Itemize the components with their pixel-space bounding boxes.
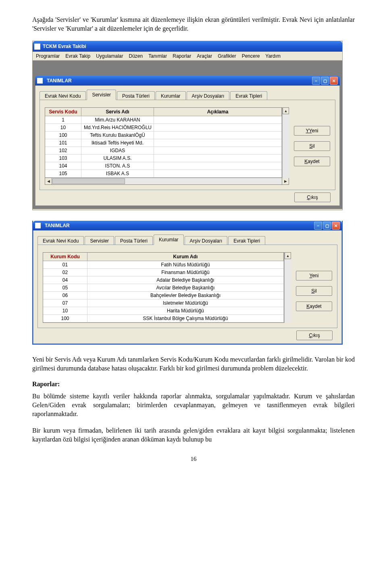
table-row[interactable]: 06Bahçelievler Belediye Baskanlığı: [43, 292, 284, 299]
table-row[interactable]: 102IGDAS: [45, 147, 282, 155]
cikis-button[interactable]: Çıkış: [294, 193, 331, 202]
menu-grafikler[interactable]: Grafikler: [218, 53, 236, 59]
cell: 04: [43, 276, 87, 284]
doc-para3: Bir kurum veya firmadan, belirlenen iki …: [32, 426, 355, 444]
tab-arsiv-dosyalari[interactable]: Arşiv Dosyaları: [185, 236, 228, 245]
doc-para1: Yeni bir Servis Adı veya Kurum Adı tanım…: [32, 355, 355, 372]
cell: [154, 162, 282, 169]
col-servis-adi[interactable]: Servis Adı: [81, 108, 154, 116]
cell: Bahçelievler Belediye Baskanlığı: [87, 292, 284, 299]
vertical-scrollbar[interactable]: ▲: [282, 107, 289, 178]
col-aciklama[interactable]: Açıklama: [154, 108, 282, 116]
table-row[interactable]: 10Md.Yrd.Reis HACIÖMEROĞLU: [45, 124, 282, 132]
scroll-up-icon[interactable]: ▲: [285, 252, 291, 259]
menu-evrak-takip[interactable]: Evrak Takip: [65, 53, 90, 59]
col-servis-kodu[interactable]: Servis Kodu: [45, 108, 81, 116]
minimize-button[interactable]: –: [312, 77, 320, 85]
menu-programlar[interactable]: Programlar: [36, 53, 60, 59]
table-row[interactable]: 02Finansman Müdürlüğü: [43, 269, 284, 276]
table-row[interactable]: 10Harita Müdürlüğü: [43, 307, 284, 315]
cell: ULASIM A.S.: [81, 155, 154, 162]
table-row[interactable]: 100SSK İstanbul Bölge Çalışma Müdürlüğü: [43, 315, 284, 322]
vertical-scrollbar[interactable]: ▲: [284, 252, 291, 323]
tab-kurumlar[interactable]: Kurumlar: [156, 91, 186, 100]
menu-duzen[interactable]: Düzen: [129, 53, 143, 59]
col-kurum-adi[interactable]: Kurum Adı: [87, 253, 284, 261]
yeni-button[interactable]: Yeni: [296, 271, 332, 280]
maximize-button[interactable]: ▢: [321, 77, 329, 85]
cell: 104: [45, 162, 81, 169]
tabs: Evrak Nevi Kodu Servisler Posta Türleri …: [40, 90, 335, 100]
maximize-button[interactable]: ▢: [323, 222, 331, 230]
cell: [154, 116, 282, 123]
table-row[interactable]: 07Isletmeler Müdürlüğü: [43, 299, 284, 307]
kaydet-button[interactable]: Kaydet: [294, 157, 330, 166]
cell: 10: [45, 124, 81, 131]
cikis-button[interactable]: Çıkış: [296, 331, 333, 340]
cell: 05: [43, 284, 87, 291]
tab-evrak-tipleri[interactable]: Evrak Tipleri: [228, 236, 265, 245]
table-row[interactable]: 100Teftis Kurulu BaskanlÖgÜ: [45, 132, 282, 139]
menu-tanimlar[interactable]: Tanımlar: [148, 53, 167, 59]
horizontal-scrollbar[interactable]: ◀ ▶: [45, 178, 289, 185]
app-title: TCKM Evrak Takibi: [43, 44, 341, 49]
screenshot-kurumlar: TANIMLAR – ▢ ✕ Evrak Nevi Kodu Servisler…: [32, 221, 343, 345]
table-row[interactable]: 04Adalar Belediye Başkanlığı: [43, 276, 284, 284]
cell: 1: [45, 116, 81, 123]
tab-servisler[interactable]: Servisler: [87, 90, 116, 100]
yeni-button[interactable]: YYeniYeni: [294, 126, 330, 136]
tab-kurumlar[interactable]: Kurumlar: [154, 234, 184, 245]
menu-pencere[interactable]: Pencere: [242, 53, 260, 59]
table-row[interactable]: 1Mim.Arzu KARAHAN: [45, 116, 282, 124]
menu-raporlar[interactable]: Raporlar: [173, 53, 191, 59]
table-row[interactable]: 103ULASIM A.S.: [45, 155, 282, 162]
minimize-button[interactable]: –: [314, 222, 322, 230]
tab-evrak-tipleri[interactable]: Evrak Tipleri: [230, 91, 267, 100]
cell: Finansman Müdürlüğü: [87, 269, 284, 276]
tab-evrak-nevi-kodu[interactable]: Evrak Nevi Kodu: [40, 91, 86, 100]
kurumlar-grid[interactable]: Kurum Kodu Kurum Adı 01Fatih Nüfus Müdür…: [43, 252, 284, 323]
cell: SSK İstanbul Bölge Çalışma Müdürlüğü: [87, 315, 284, 322]
table-row[interactable]: 105ISBAK A.S: [45, 170, 282, 178]
close-button[interactable]: ✕: [332, 222, 340, 230]
sil-button[interactable]: Sil: [294, 141, 330, 151]
child-window-icon: [35, 223, 41, 228]
table-row[interactable]: 101Iktisadi Teftis Heyeti Md.: [45, 139, 282, 147]
scroll-right-icon[interactable]: ▶: [282, 178, 289, 184]
table-row[interactable]: 104ISTON. A.S: [45, 162, 282, 170]
cell: IGDAS: [81, 147, 154, 154]
cell: Iktisadi Teftis Heyeti Md.: [81, 139, 154, 146]
close-button[interactable]: ✕: [330, 77, 338, 85]
menu-uygulamalar[interactable]: Uygulamalar: [96, 53, 123, 59]
servisler-grid[interactable]: Servis Kodu Servis Adı Açıklama 1Mim.Arz…: [45, 107, 282, 178]
menu-araclar[interactable]: Araçlar: [197, 53, 212, 59]
cell: 10: [43, 307, 87, 314]
cell: 06: [43, 292, 87, 299]
cell: 100: [45, 132, 81, 139]
scroll-up-icon[interactable]: ▲: [283, 107, 289, 114]
cell: Harita Müdürlüğü: [87, 307, 284, 314]
tab-posta-turleri[interactable]: Posta Türleri: [115, 236, 153, 245]
cell: Md.Yrd.Reis HACIÖMEROĞLU: [81, 124, 154, 131]
cell: [154, 147, 282, 154]
kaydet-button[interactable]: Kaydet: [296, 301, 332, 311]
scroll-left-icon[interactable]: ◀: [45, 178, 52, 184]
child-title-2: TANIMLAR: [43, 223, 314, 228]
cell: 105: [45, 170, 81, 177]
table-row[interactable]: 05Avcılar Belediye Başkanlığı: [43, 284, 284, 292]
col-kurum-kodu[interactable]: Kurum Kodu: [43, 253, 87, 261]
cell: [154, 155, 282, 162]
tab-posta-turleri[interactable]: Posta Türleri: [117, 91, 155, 100]
menu-yardim[interactable]: Yardım: [265, 53, 281, 59]
child-title: TANIMLAR: [45, 78, 312, 84]
cell: 02: [43, 269, 87, 276]
cell: ISTON. A.S: [81, 162, 154, 169]
sil-button[interactable]: Sil: [296, 286, 332, 296]
tab-arsiv-dosyalari[interactable]: Arşiv Dosyaları: [187, 91, 230, 100]
menubar: Programlar Evrak Takip Uygulamalar Düzen…: [33, 52, 342, 61]
cell: [154, 139, 282, 146]
scroll-thumb[interactable]: [52, 178, 125, 184]
table-row[interactable]: 01Fatih Nüfus Müdürlüğü: [43, 261, 284, 269]
tab-servisler[interactable]: Servisler: [85, 236, 114, 245]
tab-evrak-nevi-kodu[interactable]: Evrak Nevi Kodu: [37, 236, 84, 245]
